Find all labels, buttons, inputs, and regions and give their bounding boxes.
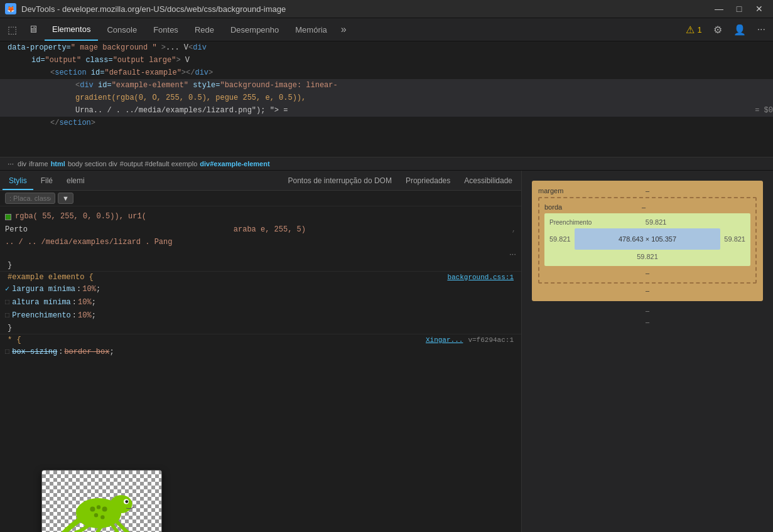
warning-count: 1 bbox=[697, 25, 701, 35]
filter-input[interactable] bbox=[5, 193, 55, 204]
breadcrumb-bar: ··· div iframe html body section div #ou… bbox=[0, 157, 773, 171]
svg-point-6 bbox=[102, 507, 107, 512]
xingar-link[interactable]: Xingar... bbox=[426, 336, 463, 344]
tab-file[interactable]: Filé bbox=[35, 173, 59, 190]
tab-properties[interactable]: Propriedades bbox=[399, 173, 457, 190]
url-text: .. / .. /media/examples/lizard . Pang bbox=[5, 238, 172, 247]
svg-point-3 bbox=[125, 501, 128, 504]
html-line-6: Urna.. / . ../media/examples/lizard.png"… bbox=[0, 104, 773, 117]
content-box: 478.643 × 105.357 bbox=[575, 228, 721, 250]
url-row: .. / .. /media/examples/lizard . Pang bbox=[5, 236, 516, 248]
tab-dom-breakpoints[interactable]: Pontos de interrupção do DOM bbox=[281, 173, 397, 190]
responsive-icon-button[interactable]: 🖥 bbox=[23, 18, 43, 41]
border-label: borda bbox=[544, 203, 562, 211]
preview-image-area bbox=[42, 471, 161, 532]
breadcrumb-more-button[interactable]: ··· bbox=[5, 159, 16, 168]
tab-console[interactable]: Console bbox=[99, 18, 144, 41]
rule-source-link[interactable]: background.css:1 bbox=[447, 274, 514, 281]
html-line-4: <div id="example-element" style="backgro… bbox=[0, 79, 773, 92]
tab-elemi[interactable]: elemi bbox=[60, 173, 91, 190]
breadcrumb-iframe[interactable]: iframe bbox=[29, 160, 48, 168]
extra-dash-2: – bbox=[646, 318, 649, 326]
extra-dash-1: – bbox=[646, 307, 649, 314]
tab-desempenho[interactable]: Desempenho bbox=[223, 18, 286, 41]
settings-button[interactable]: ⚙ bbox=[708, 18, 727, 41]
margin-box: margem – borda – bbox=[532, 181, 763, 301]
right-panel: margem – borda – bbox=[522, 171, 773, 532]
title-text: DevTools - developer.mozilla.org/en-US/d… bbox=[21, 4, 705, 14]
more-tabs-button[interactable]: » bbox=[336, 18, 352, 41]
prop-checkbox-largura[interactable]: ✓ bbox=[5, 284, 9, 295]
vf-source: v=f6294ac:1 bbox=[468, 336, 514, 344]
padding-right-value: 59.821 bbox=[724, 235, 745, 243]
svg-point-4 bbox=[90, 507, 95, 512]
margin-bottom-dash: – bbox=[646, 287, 649, 294]
padding-box: Preenchimento 59.821 59.821 478.643 × 10… bbox=[544, 213, 750, 266]
inspector-icon-button[interactable]: ⬚ bbox=[3, 18, 22, 41]
prop-largura: ✓ largura mínima : 10% ; bbox=[0, 283, 521, 296]
image-tooltip: 320 x 229 pixels bbox=[41, 470, 162, 532]
html-line-2: id="output" class="output large"> V bbox=[0, 54, 773, 66]
html-line-7: </section> bbox=[0, 117, 773, 129]
box-model-extra: – – bbox=[532, 306, 763, 326]
svg-point-8 bbox=[100, 516, 104, 519]
more-options-button[interactable]: ··· bbox=[752, 18, 770, 41]
maximize-button[interactable]: □ bbox=[730, 0, 748, 18]
styles-panel: ▼ bbox=[0, 191, 521, 532]
left-panel: Stylis Filé elemi Pontos de interrupção … bbox=[0, 171, 522, 532]
rule-close-brace: } bbox=[0, 322, 521, 334]
margin-label: margem bbox=[538, 187, 563, 194]
color-url-row: rgba( 55, 255, 0, 0.5)), ur1( bbox=[5, 210, 516, 223]
tab-memoria[interactable]: Memória bbox=[288, 18, 335, 41]
breadcrumb-body-section-div[interactable]: body section div bbox=[68, 160, 117, 168]
user-button[interactable]: 👤 bbox=[728, 18, 751, 41]
close-button[interactable]: ✕ bbox=[750, 0, 768, 18]
html-source-area: data-property=" mage background " >... V… bbox=[0, 41, 773, 157]
border-bottom-dash: – bbox=[646, 269, 649, 277]
title-bar: 🦊 DevTools - developer.mozilla.org/en-US… bbox=[0, 0, 773, 18]
minimize-button[interactable]: — bbox=[710, 0, 728, 18]
padding-top-value: 59.821 bbox=[646, 218, 667, 226]
prop-box-sizing: □ box-sizing : border-box ; bbox=[0, 346, 521, 359]
comma-sep: , bbox=[512, 223, 516, 236]
box-model-container: margem – borda – bbox=[522, 171, 773, 532]
araba-value: araba e, 255, 5) bbox=[234, 223, 306, 236]
warning-badge: ⚠ 1 bbox=[681, 24, 706, 36]
devtools-icon: 🦊 bbox=[5, 3, 16, 14]
margin-dash-top: – bbox=[646, 187, 649, 194]
gecko-svg bbox=[48, 473, 149, 532]
breadcrumb-output-default[interactable]: #output #default exemplo bbox=[120, 160, 198, 168]
svg-point-1 bbox=[110, 496, 132, 514]
border-box: borda – Preenchimento 59.821 bbox=[538, 197, 757, 284]
rule-asterisk-header: * { Xingar... v=f6294ac:1 bbox=[0, 334, 521, 346]
padding-label: Preenchimento bbox=[549, 219, 592, 226]
tab-fontes[interactable]: Fontes bbox=[146, 18, 186, 41]
tab-accessibility[interactable]: Acessibilidade bbox=[458, 173, 519, 190]
breadcrumb-example-element[interactable]: div#example-element bbox=[200, 160, 269, 168]
prop-altura: □ altura mínima : 10% ; bbox=[0, 296, 521, 309]
asterisk-selector: * { bbox=[8, 336, 21, 344]
window-controls: — □ ✕ bbox=[710, 0, 768, 18]
rule-example-header: #example elemento { background.css:1 bbox=[0, 271, 521, 283]
preview-container: 320 x 229 pixels rgba( 55, 255, 0, 0.5))… bbox=[0, 206, 521, 259]
closing-brace: } bbox=[0, 260, 521, 271]
prop-preenchimento: □ Preenchimento : 10% ; bbox=[0, 309, 521, 322]
tab-rede[interactable]: Rede bbox=[187, 18, 222, 41]
more-button[interactable]: ··· bbox=[509, 249, 516, 258]
perto-araba-row: Perto araba e, 255, 5) , bbox=[5, 223, 516, 236]
warning-icon: ⚠ bbox=[686, 24, 695, 36]
svg-point-5 bbox=[97, 506, 100, 509]
tab-elementos[interactable]: Elementos bbox=[45, 18, 98, 41]
filter-dropdown-button[interactable]: ▼ bbox=[58, 193, 73, 204]
breadcrumb-html[interactable]: html bbox=[51, 160, 65, 168]
main-tab-bar: ⬚ 🖥 Elementos Console Fontes Rede Desemp… bbox=[0, 18, 773, 41]
main-content: Stylis Filé elemi Pontos de interrupção … bbox=[0, 171, 773, 532]
breadcrumb-div[interactable]: div bbox=[18, 160, 26, 168]
border-dash: – bbox=[642, 203, 646, 211]
content-row: 59.821 478.643 × 105.357 59.821 bbox=[549, 228, 745, 250]
html-line-1: data-property=" mage background " >... V… bbox=[0, 41, 773, 54]
html-line-3: <section id="default-example"></div> bbox=[0, 66, 773, 79]
color-swatch[interactable] bbox=[5, 214, 11, 220]
content-size: 478.643 × 105.357 bbox=[619, 235, 676, 243]
tab-styles[interactable]: Stylis bbox=[3, 173, 33, 190]
